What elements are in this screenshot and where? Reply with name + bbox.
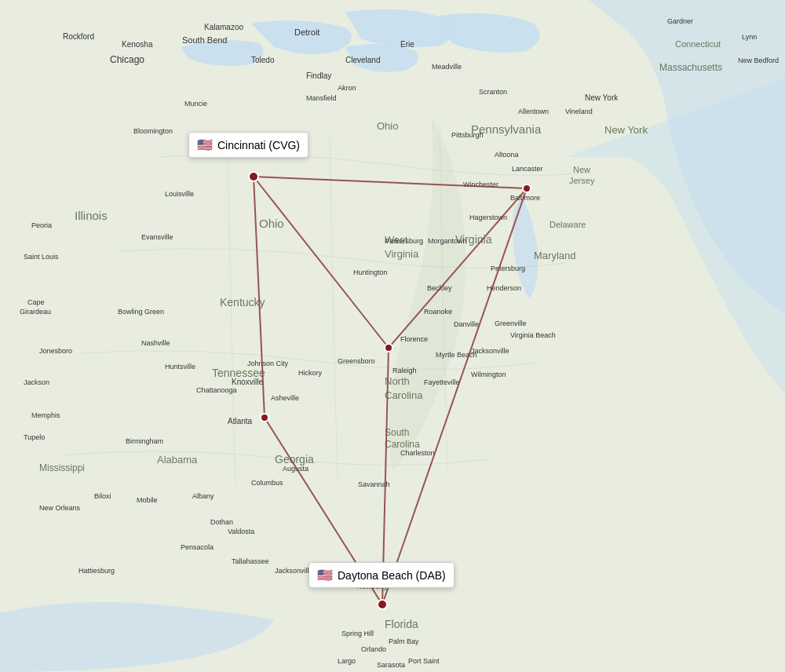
city-label-tallahassee: Tallahassee — [232, 557, 269, 565]
city-label-altoona: Altoona — [495, 151, 519, 159]
city-label-danville: Danville — [454, 320, 479, 328]
state-label-massachusetts: Massachusetts — [659, 62, 722, 73]
city-label-birmingham: Birmingham — [126, 437, 163, 445]
city-label-muncie: Muncie — [184, 100, 207, 108]
city-label-atlanta: Atlanta — [228, 417, 253, 425]
airport-dot-bwi — [523, 184, 531, 192]
state-label-delaware: Delaware — [550, 220, 586, 229]
airport-name-dab: Daytona Beach (DAB) — [338, 569, 446, 582]
city-label-hickory: Hickory — [298, 369, 323, 377]
city-label-toledo: Toledo — [251, 56, 275, 64]
flag-icon-cvg: 🇺🇸 — [197, 137, 213, 152]
city-label-tupelo: Tupelo — [24, 433, 45, 441]
city-label-hattiesburg: Hattiesburg — [78, 567, 115, 575]
city-label-fayetteville: Fayetteville — [424, 378, 460, 386]
city-label-sarasota: Sarasota — [377, 661, 405, 669]
city-label-findlay: Findlay — [306, 71, 331, 80]
city-label-rockford: Rockford — [63, 32, 94, 41]
state-label-southcarolina2: Carolina — [385, 439, 420, 450]
state-label-mississippi: Mississippi — [39, 462, 85, 473]
airport-dot-dab — [378, 600, 387, 609]
city-label-roanoke: Roanoke — [424, 308, 452, 316]
city-label-vineland: Vineland — [565, 108, 593, 115]
city-label-bowlinggreen: Bowling Green — [118, 308, 164, 316]
airport-label-cvg: 🇺🇸 Cincinnati (CVG) — [188, 132, 309, 158]
svg-text:Ohio: Ohio — [357, 120, 378, 132]
city-label-biloxi: Biloxi — [94, 492, 111, 500]
city-label-neworleans: New Orleans — [39, 504, 81, 512]
city-label-jonesboro: Jonesboro — [39, 347, 72, 355]
city-label-chicago: Chicago — [110, 54, 144, 65]
map-container: Illinois Ohio Ohio Ohio Pennsylvania Ken… — [0, 0, 785, 672]
city-label-erie: Erie — [400, 40, 414, 49]
city-label-southbend: South Bend — [182, 35, 228, 45]
city-label-scranton: Scranton — [479, 88, 507, 96]
city-label-huntsville: Huntsville — [165, 363, 195, 371]
city-label-kenosha: Kenosha — [122, 40, 153, 49]
state-label-kentucky: Kentucky — [220, 296, 265, 309]
city-label-greenville: Greenville — [495, 320, 527, 327]
state-label-northcarolina2: Carolina — [385, 389, 423, 401]
city-label-lancaster: Lancaster — [512, 165, 543, 173]
city-label-parkersburg: Parkersburg — [385, 237, 423, 245]
state-label-connecticut: Connecticut — [675, 39, 721, 49]
city-label-portsaint: Port Saint — [408, 657, 440, 665]
city-label-pensacola: Pensacola — [181, 543, 214, 551]
city-label-virginiabeach: Virginia Beach — [510, 331, 556, 339]
state-label-florida: Florida — [385, 618, 418, 630]
city-label-wilmington: Wilmington — [471, 371, 506, 378]
city-label-detroit: Detroit — [294, 27, 319, 37]
state-label-newjersey2: Jersey — [569, 176, 595, 185]
airport-name-cvg: Cincinnati (CVG) — [217, 139, 300, 152]
city-label-morgantown: Morgantown — [428, 237, 467, 245]
city-label-cape2: Girardeau — [20, 308, 51, 316]
state-label-alabama: Alabama — [157, 454, 198, 466]
airport-dot-cvg — [249, 172, 258, 181]
flag-icon-dab: 🇺🇸 — [317, 568, 333, 583]
city-label-memphis: Memphis — [31, 411, 60, 419]
state-label-ohio: Ohio — [259, 217, 284, 230]
city-label-bloomington: Bloomington — [133, 127, 173, 135]
city-label-raleigh: Raleigh — [392, 367, 417, 374]
city-label-petersburg: Petersburg — [491, 265, 525, 272]
city-label-cape: Cape — [27, 298, 45, 306]
city-label-nashville: Nashville — [141, 339, 170, 347]
city-label-gardner: Gardner — [667, 17, 693, 25]
city-label-albanyga: Albany — [192, 492, 214, 500]
city-label-knoxville: Knoxville — [232, 378, 263, 386]
airport-dot-atl — [261, 414, 268, 422]
city-label-evansville: Evansville — [141, 233, 173, 241]
city-label-charleston: Charleston — [400, 449, 435, 457]
city-label-pittsburgh: Pittsburgh — [451, 131, 484, 139]
city-label-meadville: Meadville — [432, 63, 462, 71]
city-label-knoxvillearea: Johnson City — [247, 360, 289, 367]
state-label-newyork: New York — [604, 124, 648, 136]
state-label-maryland: Maryland — [534, 250, 575, 261]
state-label-westvirginia2: Virginia — [385, 248, 419, 260]
airport-dot-clt — [385, 344, 392, 352]
city-label-valdosta: Valdosta — [228, 528, 254, 535]
airport-label-dab: 🇺🇸 Daytona Beach (DAB) — [309, 562, 455, 588]
city-label-columbus: Columbus — [251, 479, 283, 487]
city-label-palmbay: Palm Bay — [389, 637, 419, 645]
state-label-newjersey: New — [573, 165, 590, 174]
city-label-stlouis: Saint Louis — [24, 253, 59, 261]
city-label-largo: Largo — [338, 657, 356, 665]
state-label-southcarolina: South — [385, 427, 409, 438]
city-label-kalamazoo: Kalamazoo — [204, 23, 243, 31]
city-label-chattanooga: Chattanooga — [196, 386, 237, 394]
city-label-cleveland: Cleveland — [345, 56, 380, 64]
state-label-illinois: Illinois — [75, 209, 108, 222]
city-label-louisville: Louisville — [165, 190, 194, 198]
city-label-jacksonvillefl: Jacksonville — [275, 567, 313, 575]
city-label-newyorkcity: New York — [585, 93, 619, 102]
city-label-jackson: Jackson — [24, 378, 49, 386]
city-label-springhill: Spring Hill — [341, 630, 374, 637]
city-label-mansfield: Mansfield — [306, 94, 337, 102]
city-label-florence: Florence — [400, 335, 428, 343]
city-label-orlando: Orlando — [361, 645, 386, 653]
city-label-greensboro: Greensboro — [338, 357, 375, 365]
city-label-asheville: Asheville — [271, 394, 299, 402]
city-label-mobile: Mobile — [137, 496, 158, 504]
city-label-peoria: Peoria — [31, 221, 52, 229]
